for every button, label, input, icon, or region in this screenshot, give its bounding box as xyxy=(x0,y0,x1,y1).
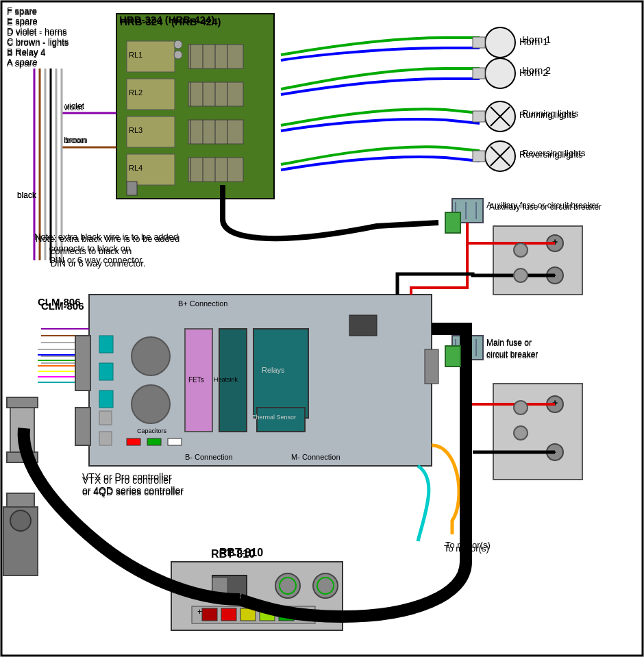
hrb-label: HRB-324 (HRB-424) xyxy=(119,14,214,25)
running-lights-label: Running lights xyxy=(522,108,578,119)
wire-c-label: C brown - lights xyxy=(7,38,69,48)
horn2-label: Horn 2 xyxy=(522,65,551,76)
wire-a-label: A spare xyxy=(7,58,37,69)
note-label: Note: extra black wire is to be added co… xyxy=(36,233,179,270)
rbt-label: RBT-810 xyxy=(211,548,255,560)
violet-label: violet xyxy=(64,103,83,112)
brown-label: brown xyxy=(64,136,86,145)
horn1-label: Horn 1 xyxy=(522,34,551,45)
aux-fuse-label: Auxiliary fuse or circuit breaker xyxy=(489,202,602,212)
vtx-label: VTX or Pro controlleror 4QD series contr… xyxy=(82,470,184,497)
main-fuse-label: Main fuse orcircuit breaker xyxy=(486,337,538,362)
to-motors-label: To motor(s) xyxy=(444,543,489,554)
wire-b-label: B Relay 4 xyxy=(7,48,45,58)
clm-label: CLM-806 xyxy=(38,296,81,308)
reversing-lights-label: Reversing lights xyxy=(522,148,586,158)
black-label: black xyxy=(17,190,36,200)
wire-d-label: D violet - horns xyxy=(7,27,66,38)
wire-e-label: E spare xyxy=(7,17,38,27)
wire-f-label: F spare xyxy=(7,7,37,17)
